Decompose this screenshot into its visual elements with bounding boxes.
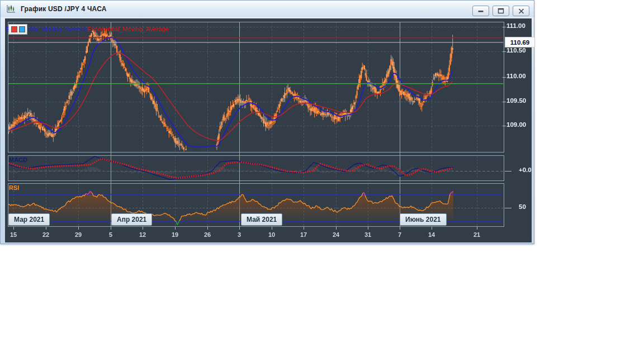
title-bar[interactable]: График USD /JPY 4 ЧАСА	[1, 1, 534, 17]
time-tick-label: 26	[204, 231, 211, 238]
time-tick-label: 3	[238, 231, 241, 238]
price-axis-label: 110.50	[506, 47, 526, 54]
legend-swatch-blue	[19, 26, 25, 32]
current-price-box: 110.69	[505, 37, 535, 47]
month-badge: Июнь 2021	[400, 213, 447, 226]
chart-client-area: Exponential_Moving_Average Exponential_M…	[5, 18, 532, 242]
month-badge: Мар 2021	[8, 213, 50, 226]
macd-panel-label: MACD	[9, 156, 27, 163]
ema-red-legend-label: Exponential_Moving_Average	[87, 26, 169, 32]
price-axis-label: 110.00	[506, 73, 526, 79]
chart-window: График USD /JPY 4 ЧАСА Exponential_Movin…	[0, 0, 534, 244]
time-tick-label: 17	[300, 231, 307, 238]
close-icon	[518, 8, 524, 14]
minimize-button[interactable]	[472, 6, 489, 16]
time-tick-label: 14	[428, 231, 435, 238]
chart-canvas[interactable]	[5, 18, 532, 242]
time-tick-label: 15	[10, 231, 17, 238]
macd-zero-label: +0.0	[519, 166, 532, 173]
time-tick-label: 7	[398, 231, 401, 238]
time-tick-label: 19	[172, 231, 178, 238]
chart-icon	[6, 4, 16, 13]
month-badge: Апр 2021	[111, 213, 152, 226]
price-axis-label: 109.00	[506, 121, 526, 128]
price-axis-label: 109.50	[506, 97, 526, 104]
month-badge: Май 2021	[241, 213, 282, 226]
maximize-button[interactable]	[493, 6, 509, 16]
time-tick-label: 10	[268, 231, 275, 238]
window-title: График USD /JPY 4 ЧАСА	[21, 5, 107, 13]
minimize-icon	[477, 8, 484, 14]
rsi-panel-label: RSI	[9, 184, 19, 191]
time-tick-label: 31	[364, 231, 371, 238]
time-tick-label: 12	[139, 231, 146, 238]
rsi-mid-label: 50	[519, 203, 526, 210]
close-button[interactable]	[513, 6, 529, 16]
price-axis-label: 111.00	[506, 22, 525, 29]
time-tick-label: 5	[109, 231, 112, 238]
time-tick-label: 29	[75, 231, 82, 238]
time-tick-label: 24	[333, 231, 339, 238]
indicator-legend-box[interactable]	[8, 24, 27, 35]
maximize-icon	[498, 8, 504, 14]
legend-swatch-red	[11, 26, 17, 32]
time-tick-label: 21	[473, 231, 480, 238]
time-tick-label: 22	[42, 231, 49, 238]
